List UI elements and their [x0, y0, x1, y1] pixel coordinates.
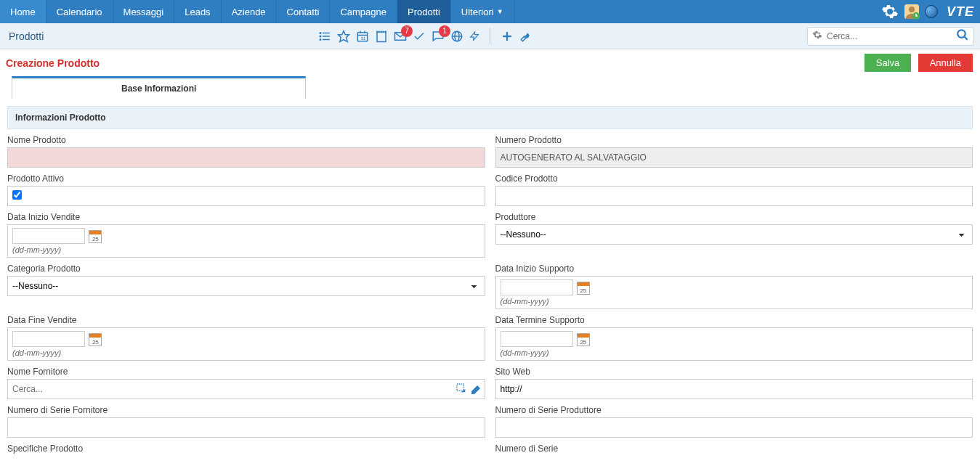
nav-home[interactable]: Home [0, 0, 46, 23]
nav-prodotti[interactable]: Prodotti [397, 0, 451, 23]
wrap-data-inizio-vendite: (dd-mm-yyyy) [7, 224, 485, 258]
svg-rect-30 [457, 384, 463, 391]
cancel-button[interactable]: Annulla [918, 54, 973, 72]
row-numero-serie: Numero di Serie [495, 444, 973, 456]
row-nome-prodotto: Nome Prodotto [7, 135, 485, 168]
calendar-picker-icon[interactable] [577, 282, 590, 295]
search-icon[interactable] [956, 28, 969, 44]
row-codice-prodotto: Codice Prodotto [495, 173, 973, 206]
label-data-inizio-vendite: Data Inizio Vendite [7, 212, 485, 222]
label-num-serie-fornitore: Numero di Serie Fornitore [7, 405, 485, 415]
sub-nav: Prodotti 31 7 1 [0, 23, 980, 49]
clear-vendor-icon[interactable] [470, 383, 482, 396]
calendar-picker-icon[interactable] [89, 230, 102, 243]
label-numero-prodotto: Numero Prodotto [495, 135, 973, 145]
nav-campagne[interactable]: Campagne [330, 0, 397, 23]
search-area [807, 27, 974, 46]
label-data-fine-vendite: Data Fine Vendite [7, 315, 485, 325]
svg-point-7 [320, 36, 321, 37]
nav-aziende[interactable]: Aziende [222, 0, 277, 23]
row-numero-prodotto: Numero Prodotto [495, 135, 973, 168]
row-categoria-prodotto: Categoria Prodotto --Nessuno-- [7, 263, 485, 309]
select-vendor-icon[interactable] [455, 383, 467, 396]
svg-point-6 [320, 32, 321, 33]
wrap-data-fine-vendite: (dd-mm-yyyy) [7, 327, 485, 361]
calendar-picker-icon[interactable] [577, 333, 590, 346]
plus-icon[interactable] [501, 30, 514, 43]
row-data-fine-vendite: Data Fine Vendite (dd-mm-yyyy) [7, 315, 485, 361]
hint-data-termine-supporto: (dd-mm-yyyy) [501, 348, 968, 357]
nav-ulteriori-label: Ulteriori [461, 7, 494, 17]
row-specifiche-prodotto: Specifiche Prodotto [7, 444, 485, 456]
globe-icon[interactable] [450, 30, 463, 43]
wrap-prodotto-attivo [7, 186, 485, 206]
label-codice-prodotto: Codice Prodotto [495, 173, 973, 184]
nav-ulteriori[interactable]: Ulteriori ▼ [451, 0, 514, 23]
nav-messaggi[interactable]: Messaggi [113, 0, 175, 23]
input-nome-fornitore[interactable] [12, 384, 455, 394]
nav-leads[interactable]: Leads [174, 0, 221, 23]
module-name: Prodotti [9, 30, 44, 42]
select-produttore[interactable]: --Nessuno-- [495, 224, 973, 245]
row-produttore: Produttore --Nessuno-- [495, 212, 973, 258]
hint-data-fine-vendite: (dd-mm-yyyy) [12, 348, 480, 357]
check-icon[interactable] [413, 30, 426, 43]
row-num-serie-produttore: Numero di Serie Produttore [495, 405, 973, 438]
input-nome-prodotto[interactable] [7, 147, 485, 168]
clock-icon[interactable] [925, 5, 939, 18]
tab-base-info[interactable]: Base Informazioni [12, 76, 306, 99]
search-box [807, 27, 974, 46]
svg-marker-25 [471, 32, 479, 41]
calendar-icon[interactable]: 31 [356, 30, 369, 43]
row-data-inizio-supporto: Data Inizio Supporto (dd-mm-yyyy) [495, 263, 973, 309]
label-data-inizio-supporto: Data Inizio Supporto [495, 263, 973, 274]
label-specifiche-prodotto: Specifiche Prodotto [7, 444, 485, 454]
settings-icon[interactable] [881, 3, 899, 20]
tabs: Base Informazioni [0, 76, 980, 99]
input-data-fine-vendite[interactable] [12, 331, 85, 347]
label-categoria-prodotto: Categoria Prodotto [7, 263, 485, 274]
input-data-inizio-vendite[interactable] [12, 228, 85, 244]
search-input[interactable] [827, 31, 956, 41]
row-data-termine-supporto: Data Termine Supporto (dd-mm-yyyy) [495, 315, 973, 361]
mail-icon[interactable]: 7 [394, 30, 407, 43]
select-categoria-prodotto[interactable]: --Nessuno-- [7, 276, 485, 296]
label-nome-fornitore: Nome Fornitore [7, 367, 485, 377]
chat-badge: 1 [439, 25, 450, 37]
input-num-serie-fornitore[interactable] [7, 417, 485, 438]
nav-contatti[interactable]: Contatti [277, 0, 331, 23]
wrap-nome-fornitore [7, 379, 485, 399]
save-button[interactable]: Salva [864, 54, 912, 72]
row-prodotto-attivo: Prodotto Attivo [7, 173, 485, 206]
label-num-serie-produttore: Numero di Serie Produttore [495, 405, 973, 415]
svg-point-28 [957, 30, 965, 38]
calendar-picker-icon[interactable] [89, 333, 102, 346]
input-data-inizio-supporto[interactable] [501, 279, 573, 295]
input-sito-web[interactable] [495, 379, 973, 399]
wrench-icon[interactable] [519, 30, 532, 43]
search-settings-icon[interactable] [812, 30, 822, 42]
wrap-data-termine-supporto: (dd-mm-yyyy) [495, 327, 973, 361]
row-data-inizio-vendite: Data Inizio Vendite (dd-mm-yyyy) [7, 212, 485, 258]
list-icon[interactable] [318, 30, 331, 43]
svg-point-1 [909, 7, 915, 12]
notes-icon[interactable] [375, 30, 388, 43]
toolbar: 31 7 1 [318, 28, 532, 44]
section-header: Informazioni Prodotto [7, 106, 973, 129]
label-nome-prodotto: Nome Prodotto [7, 135, 485, 145]
row-num-serie-fornitore: Numero di Serie Fornitore [7, 405, 485, 438]
svg-text:31: 31 [361, 36, 366, 40]
header-actions: Salva Annulla [860, 54, 973, 72]
input-numero-prodotto [495, 147, 973, 168]
chat-icon[interactable]: 1 [432, 30, 445, 43]
star-icon[interactable] [337, 30, 350, 43]
nav-calendario[interactable]: Calendario [46, 0, 113, 23]
input-codice-prodotto[interactable] [495, 186, 973, 206]
bolt-icon[interactable] [469, 30, 479, 43]
svg-point-8 [320, 38, 321, 40]
checkbox-prodotto-attivo[interactable] [12, 190, 22, 200]
form-grid: Nome Prodotto Numero Prodotto Prodotto A… [7, 129, 973, 462]
user-icon[interactable] [903, 3, 920, 20]
input-num-serie-produttore[interactable] [495, 417, 973, 438]
input-data-termine-supporto[interactable] [501, 331, 573, 347]
